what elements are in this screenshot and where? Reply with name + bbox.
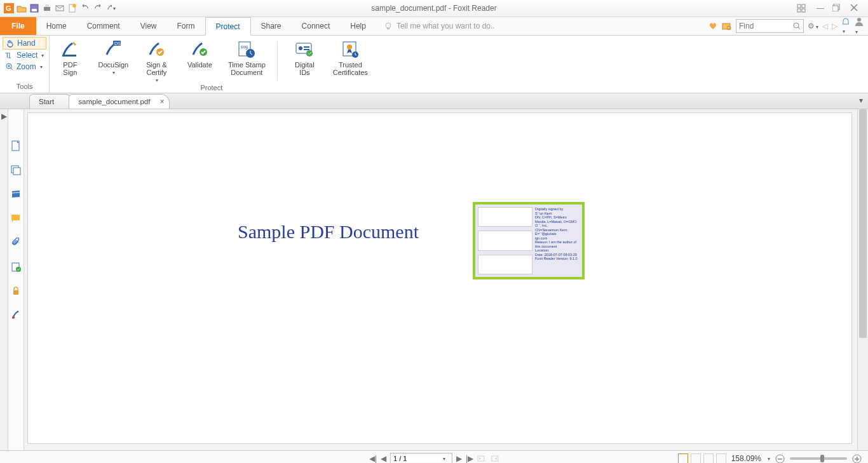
tab-protect[interactable]: Protect — [205, 17, 251, 36]
svg-rect-12 — [802, 9, 805, 12]
print-icon[interactable] — [42, 3, 52, 13]
tab-form[interactable]: Form — [167, 17, 205, 35]
start-tab[interactable]: Start — [29, 94, 74, 109]
tab-home[interactable]: Home — [36, 17, 77, 35]
digital-ids-button[interactable]: Digital IDs — [285, 38, 323, 84]
user-icon[interactable]: ▾ — [854, 17, 864, 36]
attachments-panel-icon[interactable] — [11, 238, 21, 248]
window-controls: — — [797, 4, 868, 13]
zoom-out-icon[interactable] — [775, 454, 785, 464]
tab-connect[interactable]: Connect — [292, 17, 341, 35]
restore-button[interactable] — [832, 4, 844, 13]
search-folder-icon[interactable] — [722, 21, 732, 31]
zoom-slider-knob[interactable] — [820, 455, 824, 462]
search-icon[interactable] — [792, 22, 801, 30]
single-page-icon[interactable] — [678, 453, 688, 463]
digital-signature-box[interactable]: Digitally signed by S' 'on Kern DN: C=PH… — [473, 202, 585, 279]
start-tab-label: Start — [39, 98, 54, 105]
pages-panel-icon[interactable] — [11, 141, 21, 151]
open-icon[interactable] — [17, 3, 27, 13]
svg-point-20 — [857, 18, 861, 22]
find-next-icon[interactable]: ▷ — [832, 22, 837, 30]
sign-certify-button[interactable]: Sign & Certify▾ — [137, 38, 175, 84]
continuous-icon[interactable] — [691, 453, 701, 463]
facing-icon[interactable] — [703, 453, 714, 463]
zoom-tool[interactable]: Zoom▾ — [3, 61, 46, 72]
title-bar: G ▾ sample_document.pdf - Foxit Reader — — [0, 0, 868, 17]
svg-rect-5 — [45, 4, 49, 7]
find-prev-icon[interactable]: ◁ — [822, 22, 828, 30]
gear-icon[interactable]: ⚙▾ — [808, 22, 818, 30]
page-dropdown-icon[interactable]: ▾ — [443, 456, 445, 462]
minimize-button[interactable]: — — [815, 4, 826, 13]
sig-thumb-3 — [478, 255, 532, 274]
timestamp-button[interactable]: svg Time Stamp Document — [224, 38, 269, 84]
pdf-sign-button[interactable]: PDF Sign — [51, 38, 89, 84]
sign-panel-icon[interactable] — [11, 310, 21, 320]
svg-point-44 — [16, 267, 21, 272]
hand-tool[interactable]: Hand — [3, 37, 46, 50]
page-number-input[interactable] — [391, 455, 442, 462]
sign-certify-label: Sign & Certify — [146, 61, 166, 76]
bookmarks-panel-icon[interactable] — [11, 189, 21, 199]
svg-rect-14 — [832, 6, 838, 11]
pdf-sign-icon — [60, 39, 80, 60]
sig-thumb-2 — [478, 231, 532, 250]
heart-icon[interactable] — [708, 21, 718, 31]
continuous-facing-icon[interactable] — [716, 453, 726, 463]
svg-point-19 — [794, 23, 799, 28]
redo-icon[interactable] — [93, 3, 103, 13]
comments-panel-icon[interactable] — [11, 213, 21, 224]
tab-comment[interactable]: Comment — [77, 17, 130, 35]
find-box[interactable] — [736, 19, 804, 33]
select-tool[interactable]: T Select▾ — [3, 50, 46, 61]
nav-back-icon[interactable] — [477, 454, 486, 463]
nav-forward-icon[interactable] — [490, 454, 499, 463]
tell-me-box[interactable]: Tell me what you want to do.. — [384, 17, 495, 35]
zoom-slider[interactable] — [790, 457, 847, 460]
svg-rect-34 — [304, 49, 309, 50]
scroll-tool-icon[interactable]: ▾ — [105, 3, 116, 13]
signatures-panel-icon[interactable] — [11, 262, 21, 272]
next-page-icon[interactable]: ▶ — [456, 454, 462, 463]
tools-group-label: Tools — [3, 83, 46, 91]
validate-button[interactable]: Validate — [180, 38, 219, 84]
bell-icon[interactable]: ▾ — [841, 17, 850, 35]
document-viewport[interactable]: Sample PDF Document Digitally signed by … — [24, 109, 868, 450]
page-nav: ◀| ◀ ▾ ▶ |▶ — [369, 453, 499, 464]
validate-icon — [189, 39, 210, 60]
new-icon[interactable] — [67, 3, 78, 13]
layers-panel-icon[interactable] — [11, 165, 21, 175]
email-icon[interactable] — [55, 3, 65, 13]
file-menu[interactable]: File — [0, 17, 36, 35]
close-tab-icon[interactable]: × — [159, 97, 164, 106]
tabs-dropdown-icon[interactable]: ▾ — [859, 96, 863, 105]
zoom-in-icon[interactable] — [852, 454, 862, 464]
ribbon-toggle-icon[interactable] — [797, 4, 808, 13]
vertical-scrollbar[interactable] — [857, 109, 868, 450]
last-page-icon[interactable]: |▶ — [466, 454, 473, 463]
page-number-box[interactable]: ▾ — [390, 453, 452, 464]
find-input[interactable] — [736, 22, 792, 30]
tab-help[interactable]: Help — [340, 17, 376, 35]
tell-me-placeholder: Tell me what you want to do.. — [397, 22, 495, 30]
zoom-dropdown-icon[interactable]: ▾ — [768, 456, 770, 462]
select-icon: T — [5, 51, 14, 60]
prev-page-icon[interactable]: ◀ — [381, 454, 386, 463]
document-tab[interactable]: sample_document.pdf × — [69, 94, 170, 109]
svg-rect-16 — [387, 28, 390, 29]
tab-view[interactable]: View — [130, 17, 167, 35]
save-icon[interactable] — [29, 3, 39, 13]
view-mode-icons — [678, 453, 726, 463]
first-page-icon[interactable]: ◀| — [369, 454, 377, 463]
docusign-button[interactable]: DS DocuSign▾ — [94, 38, 132, 84]
trusted-certs-button[interactable]: Trusted Certificates — [329, 38, 372, 84]
close-button[interactable] — [850, 4, 862, 13]
security-panel-icon[interactable] — [11, 286, 21, 296]
svg-rect-23 — [62, 55, 76, 57]
svg-rect-45 — [13, 290, 18, 295]
panel-expand-strip[interactable]: ▶ — [0, 109, 8, 450]
tab-share[interactable]: Share — [251, 17, 292, 35]
undo-icon[interactable] — [80, 3, 90, 13]
scroll-thumb[interactable] — [859, 109, 867, 338]
